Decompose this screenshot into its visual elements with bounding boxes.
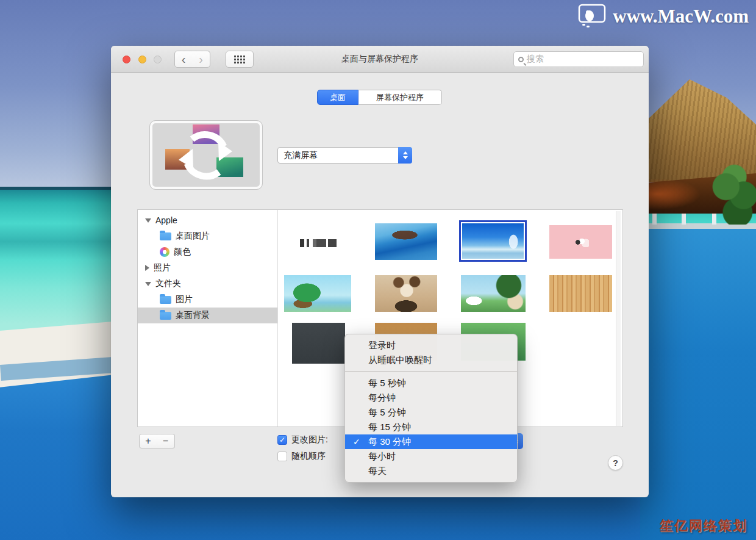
watermark-macw: www.MacW.com <box>577 4 749 29</box>
thumbnail[interactable] <box>549 275 612 312</box>
menu-item-login[interactable]: 登录时 <box>345 338 517 353</box>
random-order-row: 随机顺序 <box>277 451 326 462</box>
dropdown-stepper-icon <box>398 147 412 164</box>
search-placeholder: 搜索 <box>527 54 544 65</box>
color-wheel-icon <box>160 247 169 257</box>
tab-desktop[interactable]: 桌面 <box>317 90 358 105</box>
change-interval-menu: 登录时 从睡眠中唤醒时 每 5 秒钟 每分钟 每 5 分钟 每 15 分钟 ✓ … <box>344 334 518 483</box>
show-all-button[interactable] <box>226 51 254 68</box>
thumbnail-selected[interactable] <box>459 220 527 262</box>
menu-item-hour[interactable]: 每小时 <box>345 449 517 464</box>
thumbnail[interactable] <box>375 275 437 312</box>
tab-screensaver[interactable]: 屏幕保护程序 <box>358 90 442 105</box>
folder-icon <box>160 296 171 304</box>
thumbnail[interactable] <box>284 275 351 312</box>
add-folder-button[interactable]: + <box>139 434 157 448</box>
chevron-up-icon <box>403 151 408 154</box>
sidebar-item-colors[interactable]: 颜色 <box>138 244 277 260</box>
sidebar-label: 图片 <box>176 294 193 305</box>
chevron-down-icon <box>403 156 408 159</box>
grid-scrollbar[interactable] <box>616 211 621 426</box>
source-sidebar: Apple 桌面图片 颜色 照片 文件夹 <box>138 210 278 427</box>
checkmark-icon: ✓ <box>353 434 360 449</box>
menu-item-5sec[interactable]: 每 5 秒钟 <box>345 376 517 391</box>
sidebar-item-desktop-pictures[interactable]: 桌面图片 <box>138 228 277 244</box>
sidebar-label: 照片 <box>154 262 171 273</box>
zoom-button <box>154 56 162 63</box>
sidebar-item-pictures[interactable]: 图片 <box>138 292 277 308</box>
wallpaper-rotation-preview <box>149 120 263 190</box>
menu-item-15min[interactable]: 每 15 分钟 <box>345 420 517 434</box>
display-mode-dropdown[interactable]: 充满屏幕 <box>277 147 412 164</box>
sidebar-label: 桌面背景 <box>176 310 210 321</box>
thumbnail[interactable] <box>375 223 437 260</box>
random-order-checkbox[interactable] <box>277 452 287 461</box>
back-button[interactable]: ‹ <box>174 51 193 68</box>
menu-separator <box>345 371 517 372</box>
folder-icon <box>160 312 171 320</box>
thumbnail[interactable] <box>461 275 526 312</box>
remove-folder-button[interactable]: − <box>157 434 175 448</box>
disclosure-closed-icon[interactable] <box>145 265 149 271</box>
menu-item-day[interactable]: 每天 <box>345 464 517 478</box>
sidebar-group-apple[interactable]: Apple <box>138 212 277 228</box>
sidebar-group-folders[interactable]: 文件夹 <box>138 276 277 292</box>
random-order-label: 随机顺序 <box>291 451 326 462</box>
change-picture-checkbox[interactable]: ✓ <box>277 435 287 445</box>
minimize-button[interactable] <box>138 56 146 63</box>
rotating-pictures-icon <box>160 123 252 187</box>
menu-item-5min[interactable]: 每 5 分钟 <box>345 405 517 420</box>
thumbnail-glyph <box>573 237 589 247</box>
search-field[interactable]: 搜索 <box>513 51 644 67</box>
wallpaper-post <box>682 212 686 225</box>
wallpaper-tree <box>712 164 756 225</box>
wallpaper-post <box>652 212 657 225</box>
thumbnail[interactable] <box>549 225 612 259</box>
checkmark-icon: ✓ <box>279 436 285 444</box>
tab-bar: 桌面 屏幕保护程序 <box>317 90 442 105</box>
watermark-shengyi: 笙亿网络策划 <box>660 517 747 535</box>
search-icon <box>518 57 524 62</box>
folder-icon <box>160 232 171 240</box>
forward-button[interactable]: › <box>192 51 210 68</box>
help-button[interactable]: ? <box>608 455 623 470</box>
menu-item-label: 每 30 分钟 <box>368 436 411 447</box>
sidebar-item-desktop-background[interactable]: 桌面背景 <box>138 308 277 323</box>
menu-item-1min[interactable]: 每分钟 <box>345 391 517 405</box>
thumbnail-logos <box>300 239 340 247</box>
change-picture-label: 更改图片: <box>291 434 328 445</box>
thumbnail[interactable] <box>295 228 345 257</box>
sidebar-group-photos[interactable]: 照片 <box>138 260 277 276</box>
change-picture-row: ✓ 更改图片: <box>277 434 328 445</box>
grid-icon <box>234 56 246 63</box>
disclosure-open-icon[interactable] <box>145 282 151 286</box>
thumbnail[interactable] <box>292 323 345 364</box>
disclosure-open-icon[interactable] <box>145 218 151 223</box>
sidebar-label: 颜色 <box>174 247 191 257</box>
sidebar-label: Apple <box>155 215 177 225</box>
watermark-macw-text: www.MacW.com <box>613 5 749 27</box>
macw-logo-icon <box>577 4 607 29</box>
desktop-screen: www.MacW.com 笙亿网络策划 ‹ › 桌面与屏幕保护程序 <box>0 0 756 540</box>
wallpaper-lagoon <box>640 226 756 540</box>
sidebar-label: 桌面图片 <box>176 231 210 242</box>
display-mode-value: 充满屏幕 <box>284 150 318 161</box>
menu-item-wake[interactable]: 从睡眠中唤醒时 <box>345 353 517 367</box>
menu-item-30min-selected[interactable]: ✓ 每 30 分钟 <box>345 434 517 449</box>
titlebar[interactable]: ‹ › 桌面与屏幕保护程序 搜索 <box>111 46 649 73</box>
sidebar-label: 文件夹 <box>155 278 181 289</box>
close-button[interactable] <box>123 56 130 63</box>
